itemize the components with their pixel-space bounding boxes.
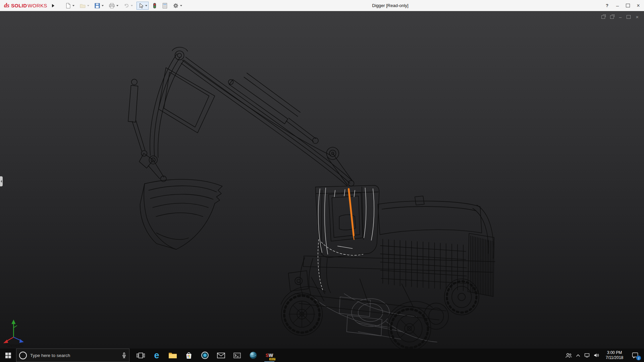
sw-year-tag: 2017	[269, 358, 275, 360]
task-view-icon	[137, 352, 145, 359]
restore-icon	[627, 15, 631, 19]
taskbar-clock[interactable]: 3:00 PM 7/11/2018	[601, 350, 628, 360]
dropdown-arrow[interactable]	[87, 5, 89, 6]
file-properties-icon	[162, 3, 168, 9]
cortana-app-button[interactable]	[197, 349, 213, 362]
taskbar-search[interactable]	[16, 349, 129, 362]
command-prompt-icon	[233, 353, 241, 358]
new-document-icon	[65, 3, 71, 9]
new-window-icon	[610, 15, 614, 19]
maximize-icon	[626, 4, 630, 7]
logo-solid-text: SOLID	[11, 3, 27, 8]
network-button[interactable]	[582, 349, 592, 362]
windows-logo-icon	[5, 353, 11, 358]
print-button[interactable]	[107, 2, 120, 10]
excavator-bucket	[140, 179, 222, 249]
task-view-button[interactable]	[133, 349, 148, 362]
open-button[interactable]	[78, 2, 91, 10]
dropdown-arrow[interactable]	[102, 5, 104, 6]
excavator-body	[281, 196, 495, 320]
ds-logo-icon: ds	[4, 2, 9, 9]
sw-s-letter: S	[266, 353, 269, 358]
select-tool-button[interactable]	[137, 2, 149, 10]
orientation-triad	[3, 319, 24, 343]
clock-time: 3:00 PM	[601, 350, 628, 355]
doc-new-window-button[interactable]	[610, 15, 614, 19]
save-icon	[94, 3, 100, 9]
close-button[interactable]: ×	[636, 3, 641, 9]
maximize-button[interactable]	[626, 4, 630, 7]
cortana-app-icon	[201, 351, 209, 359]
taskbar-pinned-apps: e	[133, 349, 277, 362]
sphere-app-icon	[249, 351, 257, 359]
clock-date: 7/11/2018	[601, 355, 628, 360]
store-icon	[185, 351, 193, 359]
doc-minimize-button[interactable]: –	[619, 14, 622, 20]
doc-restore-button[interactable]	[627, 15, 631, 19]
dropdown-arrow[interactable]	[145, 5, 147, 6]
file-explorer-button[interactable]	[165, 349, 180, 362]
titlebar: ds SOLIDWORKS	[0, 0, 644, 11]
rebuild-button[interactable]	[151, 2, 158, 10]
solidworks-logo: ds SOLIDWORKS	[0, 2, 47, 9]
notification-badge: 2	[636, 356, 641, 360]
microphone-icon[interactable]	[122, 352, 126, 359]
sw-w-letter: W	[269, 353, 273, 358]
solidworks-app-icon: SW 2017	[264, 351, 274, 360]
command-prompt-button[interactable]	[229, 349, 245, 362]
menu-flyout-arrow[interactable]	[52, 4, 54, 7]
search-input[interactable]	[30, 353, 119, 358]
logo-works-text: WORKS	[28, 3, 47, 8]
window-controls: ? – ×	[605, 0, 641, 11]
graphics-viewport[interactable]: – ×	[0, 11, 644, 349]
view-orientation-label: *Dimetric	[6, 343, 23, 348]
file-explorer-icon	[168, 352, 177, 359]
windows-taskbar: e	[0, 349, 644, 362]
people-icon	[566, 353, 572, 358]
solidworks-app-button[interactable]: SW 2017	[262, 349, 277, 362]
excavator-wheels	[281, 279, 479, 349]
window-title: Digger [Read-only]	[372, 3, 408, 8]
options-gear-icon	[173, 3, 179, 9]
speaker-icon	[594, 353, 599, 358]
save-button[interactable]	[93, 2, 105, 10]
options-button[interactable]	[171, 2, 183, 10]
doc-close-button[interactable]: ×	[636, 14, 639, 20]
dropdown-arrow[interactable]	[72, 5, 74, 6]
minimize-button[interactable]: –	[615, 3, 620, 8]
quick-access-toolbar	[64, 2, 183, 10]
help-button[interactable]: ?	[605, 3, 609, 8]
doc-float-button[interactable]	[601, 15, 605, 19]
new-document-button[interactable]	[64, 2, 76, 10]
start-button[interactable]	[0, 349, 16, 362]
dropdown-arrow[interactable]	[116, 5, 118, 6]
mail-icon	[217, 353, 225, 358]
chevron-up-icon	[576, 354, 580, 357]
file-properties-button[interactable]	[161, 2, 169, 10]
edge-button[interactable]: e	[149, 349, 164, 362]
edge-icon: e	[154, 351, 159, 360]
select-cursor-icon	[138, 3, 144, 9]
white-highlight-edges	[318, 188, 374, 290]
cortana-circle-icon[interactable]	[19, 352, 27, 359]
undo-icon	[123, 3, 129, 9]
sphere-app-button[interactable]	[246, 349, 261, 362]
volume-button[interactable]	[592, 349, 601, 362]
people-button[interactable]	[564, 349, 574, 362]
dropdown-arrow[interactable]	[131, 5, 133, 6]
rebuild-traffic-light-icon	[152, 3, 157, 9]
float-window-icon	[601, 15, 605, 19]
mail-button[interactable]	[213, 349, 229, 362]
ghost-parts	[315, 294, 437, 342]
document-window-controls: – ×	[601, 14, 639, 20]
excavator-boom	[128, 47, 354, 186]
network-icon	[584, 353, 590, 358]
open-folder-icon	[79, 3, 86, 9]
dropdown-arrow[interactable]	[180, 5, 182, 6]
action-center-button[interactable]: 2	[628, 349, 642, 362]
tray-overflow-button[interactable]	[574, 349, 582, 362]
digger-wireframe-canvas[interactable]	[0, 11, 644, 349]
print-icon	[109, 3, 115, 9]
store-button[interactable]	[181, 349, 197, 362]
undo-button[interactable]	[122, 2, 134, 10]
